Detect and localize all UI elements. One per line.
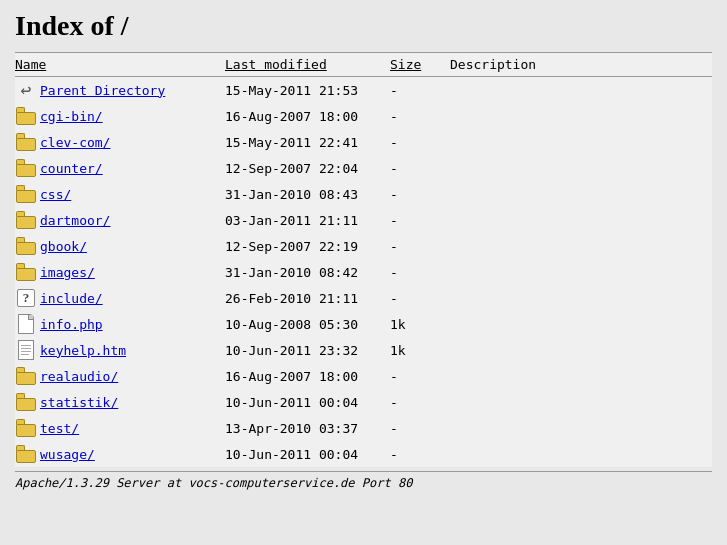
file-link[interactable]: include/ [40,291,103,306]
table-row: gbook/12-Sep-2007 22:19- [15,233,712,259]
file-link[interactable]: statistik/ [40,395,118,410]
file-description [450,311,712,337]
file-size: - [390,389,450,415]
file-size: 1k [390,311,450,337]
file-description [450,389,712,415]
folder-icon [16,107,36,125]
table-header: Name Last modified Size Description [15,53,712,77]
file-name-cell: images/ [15,259,225,285]
table-row: realaudio/16-Aug-2007 18:00- [15,363,712,389]
table-row: keyhelp.htm10-Jun-2011 23:321k [15,337,712,363]
table-row: clev-com/15-May-2011 22:41- [15,129,712,155]
table-row: test/13-Apr-2010 03:37- [15,415,712,441]
file-date: 16-Aug-2007 18:00 [225,363,390,389]
file-size: - [390,259,450,285]
file-date: 12-Sep-2007 22:04 [225,155,390,181]
file-description [450,441,712,467]
col-size-header[interactable]: Size [390,53,450,77]
file-size: - [390,207,450,233]
file-name-cell: cgi-bin/ [15,103,225,129]
table-row: wusage/10-Jun-2011 00:04- [15,441,712,467]
col-date-header[interactable]: Last modified [225,53,390,77]
file-name-cell: statistik/ [15,389,225,415]
file-link[interactable]: test/ [40,421,79,436]
file-description [450,103,712,129]
table-row: dartmoor/03-Jan-2011 21:11- [15,207,712,233]
file-date: 15-May-2011 22:41 [225,129,390,155]
file-link[interactable]: realaudio/ [40,369,118,384]
sort-by-size-link[interactable]: Size [390,57,421,72]
file-description [450,77,712,104]
table-row: ?include/26-Feb-2010 21:11- [15,285,712,311]
file-name-cell: clev-com/ [15,129,225,155]
table-row: images/31-Jan-2010 08:42- [15,259,712,285]
server-footer: Apache/1.3.29 Server at vocs-computerser… [15,471,712,490]
col-desc-header: Description [450,53,712,77]
file-link[interactable]: dartmoor/ [40,213,110,228]
file-link[interactable]: css/ [40,187,71,202]
file-date: 26-Feb-2010 21:11 [225,285,390,311]
file-date: 10-Jun-2011 00:04 [225,389,390,415]
file-date: 31-Jan-2010 08:42 [225,259,390,285]
page-title: Index of / [15,10,712,42]
folder-icon [16,419,36,437]
file-description [450,207,712,233]
file-date: 13-Apr-2010 03:37 [225,415,390,441]
sort-by-date-link[interactable]: Last modified [225,57,327,72]
sort-by-name-link[interactable]: Name [15,57,46,72]
file-name-cell: info.php [15,311,225,337]
file-description [450,233,712,259]
folder-icon [16,159,36,177]
file-size: - [390,415,450,441]
col-name-header[interactable]: Name [15,53,225,77]
folder-icon [16,445,36,463]
file-name-cell: realaudio/ [15,363,225,389]
file-name-cell: test/ [15,415,225,441]
file-icon [18,314,34,334]
folder-icon [16,367,36,385]
file-name-cell: gbook/ [15,233,225,259]
file-description [450,415,712,441]
file-link[interactable]: info.php [40,317,103,332]
file-description [450,337,712,363]
file-link[interactable]: clev-com/ [40,135,110,150]
file-name-cell: ↩Parent Directory [15,77,225,103]
file-date: 15-May-2011 21:53 [225,77,390,104]
file-size: - [390,285,450,311]
file-link[interactable]: wusage/ [40,447,95,462]
file-name-cell: ?include/ [15,285,225,311]
file-link[interactable]: keyhelp.htm [40,343,126,358]
table-row: ↩Parent Directory15-May-2011 21:53- [15,77,712,104]
file-size: - [390,363,450,389]
file-link[interactable]: counter/ [40,161,103,176]
file-link[interactable]: Parent Directory [40,83,165,98]
file-size: - [390,181,450,207]
file-size: - [390,233,450,259]
file-date: 10-Jun-2011 23:32 [225,337,390,363]
file-link[interactable]: gbook/ [40,239,87,254]
folder-icon [16,211,36,229]
back-icon: ↩ [21,81,32,99]
file-date: 10-Jun-2011 00:04 [225,441,390,467]
table-row: info.php10-Aug-2008 05:301k [15,311,712,337]
file-description [450,363,712,389]
file-description [450,259,712,285]
file-size: - [390,129,450,155]
table-row: cgi-bin/16-Aug-2007 18:00- [15,103,712,129]
folder-icon [16,237,36,255]
file-size: - [390,155,450,181]
file-date: 16-Aug-2007 18:00 [225,103,390,129]
file-name-cell: counter/ [15,155,225,181]
file-size: - [390,103,450,129]
file-name-cell: wusage/ [15,441,225,467]
file-description [450,129,712,155]
file-date: 31-Jan-2010 08:43 [225,181,390,207]
file-description [450,285,712,311]
unknown-icon: ? [17,289,35,307]
file-link[interactable]: images/ [40,265,95,280]
file-name-cell: keyhelp.htm [15,337,225,363]
folder-icon [16,393,36,411]
file-description [450,155,712,181]
file-link[interactable]: cgi-bin/ [40,109,103,124]
table-row: statistik/10-Jun-2011 00:04- [15,389,712,415]
